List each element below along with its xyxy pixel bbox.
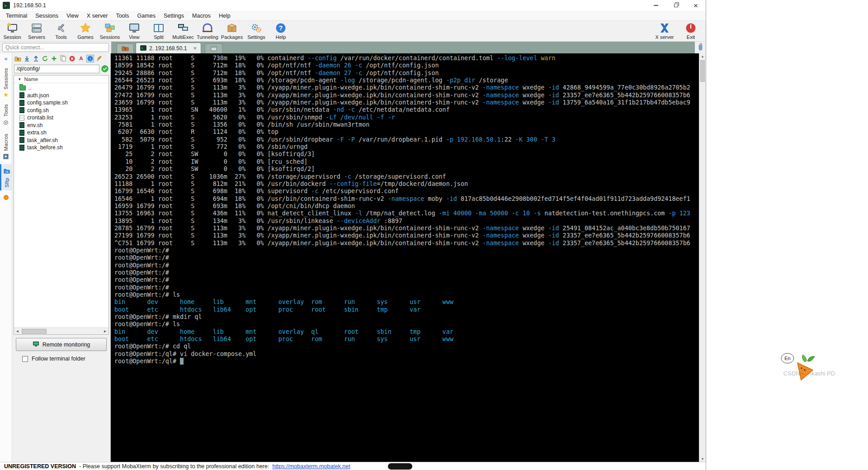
toolbar-servers[interactable]: Servers xyxy=(24,21,49,41)
refresh-icon[interactable] xyxy=(41,55,49,62)
sticker-bubble-text: En xyxy=(784,356,790,361)
sidebar-tab-macros[interactable]: Macros xyxy=(0,130,12,164)
menu-item-view[interactable]: View xyxy=(62,11,83,21)
terminal-line: 16799 16546 root S 698m 18% 0% superviso… xyxy=(114,188,699,195)
toolbar-xserver[interactable]: X server xyxy=(651,21,679,41)
path-go-button[interactable] xyxy=(101,65,108,72)
copy-icon[interactable] xyxy=(59,55,67,62)
mobaxterm-window: >_ 192.168.50.1 × Terminal Sessions View… xyxy=(0,0,706,470)
sidebar-tab-strip: « Sessions ★ Tools Macros Sftp xyxy=(0,53,12,462)
toolbar-sessions[interactable]: Sessions xyxy=(98,21,122,41)
new-file-icon[interactable] xyxy=(50,55,58,62)
toolbar-split[interactable]: Split xyxy=(146,21,171,41)
delete-icon[interactable] xyxy=(68,55,76,62)
restore-button[interactable] xyxy=(666,0,686,11)
file-row[interactable]: config.sample.sh xyxy=(14,99,108,107)
new-tab-button[interactable] xyxy=(205,43,223,53)
sidebar-tab-sftp[interactable]: Sftp xyxy=(0,164,12,190)
scrollbar-thumb[interactable] xyxy=(22,329,47,334)
menu-item-settings[interactable]: Settings xyxy=(160,11,188,21)
monitor-icon xyxy=(33,341,39,348)
mobatek-link[interactable]: https://mobaxterm.mobatek.net xyxy=(272,463,350,470)
file-row[interactable]: crontab.list xyxy=(14,114,108,122)
toolbar-label: Split xyxy=(154,34,163,40)
tree-collapse-icon[interactable]: ▾ xyxy=(19,77,21,81)
close-button[interactable]: × xyxy=(686,0,706,11)
sidebar-tab-sessions[interactable]: Sessions ★ xyxy=(0,65,12,101)
home-tab[interactable] xyxy=(117,43,134,53)
horizontal-scrollbar[interactable]: ◄ ► xyxy=(14,328,108,334)
games-icon xyxy=(80,22,91,34)
terminal-line: bin dev home lib mnt overlay ql root sbi… xyxy=(114,328,699,336)
terminal-line: root@OpenWrt:/ql# vi docker-compose.yml xyxy=(114,351,699,358)
file-icon xyxy=(19,100,24,106)
file-row[interactable]: task_before.sh xyxy=(14,144,108,152)
toolbar-help[interactable]: ? Help xyxy=(269,21,293,41)
terminal-line: root@OpenWrt:/# xyxy=(114,269,699,276)
scrollbar-thumb[interactable] xyxy=(700,60,705,82)
file-name: config.sample.sh xyxy=(27,100,68,106)
menu-item-macros[interactable]: Macros xyxy=(188,11,215,21)
toolbar-settings[interactable]: Settings xyxy=(244,21,269,41)
file-row[interactable]: task_after.sh xyxy=(14,137,108,144)
file-row[interactable]: auth.json xyxy=(14,92,108,100)
toolbar-packages[interactable]: Packages xyxy=(220,21,244,41)
scroll-down-icon[interactable]: ▼ xyxy=(699,457,706,461)
toolbar-multiexec[interactable]: MultiExec xyxy=(171,21,195,41)
download-icon[interactable] xyxy=(23,55,31,62)
tree-header[interactable]: ▾ Name xyxy=(14,76,108,83)
sidebar-tab-label: Sessions xyxy=(3,68,9,90)
follow-terminal-folder[interactable]: Follow terminal folder xyxy=(22,356,110,362)
file-row[interactable]: extra.sh xyxy=(14,129,108,137)
scroll-up-icon[interactable]: ▲ xyxy=(699,55,706,58)
terminal-line: 26479 16799 root S 113m 3% 0% /xyapp/min… xyxy=(114,84,699,91)
upload-icon[interactable] xyxy=(32,55,40,62)
session-tab-label: 2. 192.168.50.1 xyxy=(149,45,187,52)
dark-overlay-artifact xyxy=(388,463,412,470)
toolbar-view[interactable]: View xyxy=(122,21,146,41)
scrollbar-track[interactable] xyxy=(21,328,102,334)
split-icon xyxy=(153,22,165,34)
menu-item-tools[interactable]: Tools xyxy=(112,11,133,21)
macro-ball-icon[interactable] xyxy=(4,195,9,200)
quick-connect-input[interactable] xyxy=(2,43,109,52)
toolbar-tools[interactable]: Tools xyxy=(49,21,73,41)
toolbar-session[interactable]: Session xyxy=(0,21,24,41)
session-tab[interactable]: >_ 2. 192.168.50.1 × xyxy=(136,43,201,53)
toolbar-games[interactable]: Games xyxy=(73,21,98,41)
terminal-line: 26523 26500 root S 1036m 27% 0% /storage… xyxy=(114,173,699,180)
tab-close-icon[interactable]: × xyxy=(193,45,197,52)
terminal-line: 18599 18542 root S 712m 18% 0% /opt/ntf/… xyxy=(114,62,699,69)
follow-checkbox[interactable] xyxy=(22,356,28,362)
terminal-line: root@OpenWrt:/# xyxy=(114,276,699,284)
file-row[interactable]: config.sh xyxy=(14,107,108,114)
toolbar-label: MultiExec xyxy=(172,34,194,40)
menu-item-terminal[interactable]: Terminal xyxy=(2,11,31,21)
terminal[interactable]: 11361 11188 root S 738m 19% 0% container… xyxy=(111,53,699,462)
menu-item-games[interactable]: Games xyxy=(133,11,160,21)
encoding-icon[interactable]: A xyxy=(77,55,85,62)
menu-item-help[interactable]: Help xyxy=(215,11,235,21)
terminal-output: 11361 11188 root S 738m 19% 0% container… xyxy=(111,53,699,365)
file-row[interactable]: env.sh xyxy=(14,122,108,129)
edit-icon[interactable] xyxy=(95,55,103,62)
packages-icon xyxy=(226,22,238,34)
attachments-button[interactable] xyxy=(695,42,706,53)
minimize-button[interactable] xyxy=(646,0,666,11)
parent-folder-icon[interactable] xyxy=(14,55,22,62)
remote-path-input[interactable] xyxy=(14,65,99,73)
sidebar-tab-tools[interactable]: Tools xyxy=(0,101,12,130)
menu-item-sessions[interactable]: Sessions xyxy=(31,11,62,21)
scroll-right-icon[interactable]: ► xyxy=(102,329,108,333)
toolbar-exit[interactable]: Exit xyxy=(679,21,703,41)
desktop: >_ 192.168.50.1 × Terminal Sessions View… xyxy=(0,0,868,470)
terminal-scrollbar[interactable]: ▲ ▼ xyxy=(699,53,706,462)
terminal-line: root@OpenWrt:/ql# xyxy=(114,358,699,365)
collapse-sidebar-button[interactable]: « xyxy=(4,53,7,65)
menu-item-xserver[interactable]: X server xyxy=(83,11,112,21)
remote-monitoring-button[interactable]: Remote monitoring xyxy=(16,338,107,351)
follow-info-icon[interactable]: i xyxy=(86,55,94,62)
scroll-left-icon[interactable]: ◄ xyxy=(14,329,21,333)
toolbar-tunneling[interactable]: Tunneling xyxy=(195,21,220,41)
file-row[interactable]: .. xyxy=(14,84,108,92)
